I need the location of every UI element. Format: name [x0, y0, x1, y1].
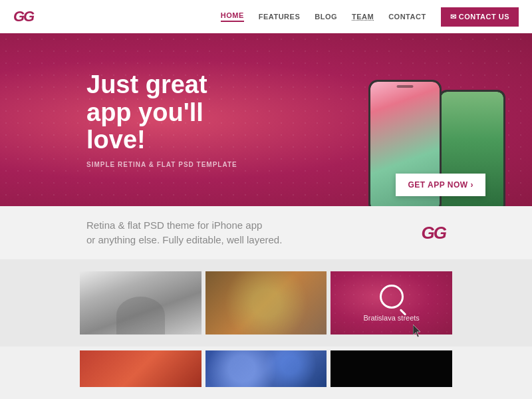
gallery-item-search[interactable]: Bratislava streets: [331, 271, 452, 334]
tagline-text: Retina & flat PSD theme for iPhone app o…: [86, 218, 282, 248]
hero-content: Just great app you'll love! SIMPLE RETIN…: [0, 71, 253, 168]
hero-section: Just great app you'll love! SIMPLE RETIN…: [0, 33, 532, 206]
bokeh-effect: [205, 350, 327, 387]
gallery-item-bw[interactable]: [80, 271, 201, 334]
tagline-section: Retina & flat PSD theme for iPhone app o…: [0, 206, 532, 259]
bw-person-image: [80, 271, 201, 334]
bratislava-label: Bratislava streets: [363, 314, 419, 322]
logo: GG: [13, 8, 33, 25]
nav-team[interactable]: TEAM: [352, 13, 374, 21]
bubble-image: [205, 271, 327, 334]
gallery-item-bubble[interactable]: [205, 271, 327, 334]
get-app-button[interactable]: GET APP NOW ›: [396, 174, 485, 196]
gallery-bottom-row: [0, 350, 532, 387]
nav-contact[interactable]: CONTACT: [388, 13, 426, 21]
tagline-logo: GG: [422, 223, 446, 243]
hero-title: Just great app you'll love!: [86, 71, 253, 154]
gallery-section: Bratislava streets: [0, 259, 532, 387]
gallery-item-macro[interactable]: [80, 350, 201, 387]
header: GG HOME FEATURES BLOG TEAM CONTACT ✉ CON…: [0, 0, 532, 33]
main-nav: HOME FEATURES BLOG TEAM CONTACT ✉ CONTAC…: [221, 7, 519, 27]
contact-us-button[interactable]: ✉ CONTACT US: [441, 7, 519, 27]
gallery-item-dark[interactable]: [331, 350, 452, 387]
hero-subtitle: SIMPLE RETINA & FLAT PSD TEMPLATE: [86, 161, 253, 168]
nav-features[interactable]: FEATURES: [259, 13, 300, 21]
gallery-grid: Bratislava streets: [0, 259, 532, 346]
gallery-item-blue[interactable]: [205, 350, 327, 387]
search-icon: [380, 285, 404, 309]
search-overlay: Bratislava streets: [363, 285, 419, 322]
nav-blog[interactable]: BLOG: [315, 13, 337, 21]
nav-home[interactable]: HOME: [221, 11, 244, 22]
